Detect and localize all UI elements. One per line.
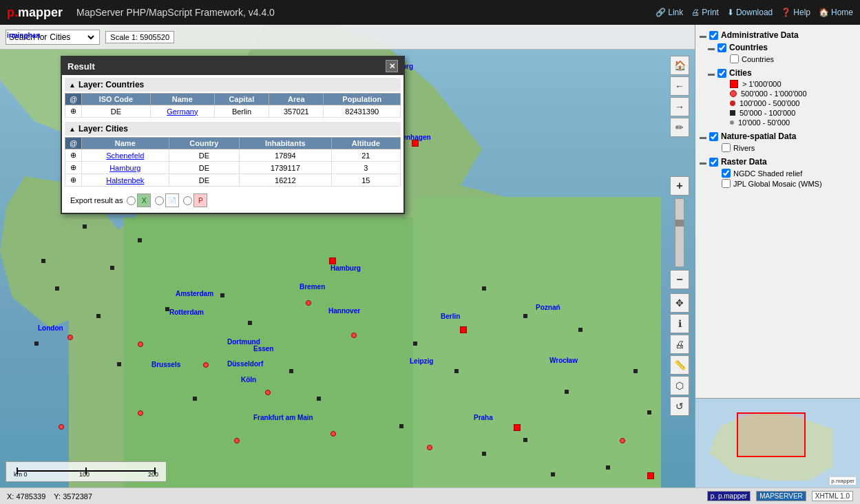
country-name-link[interactable]: Germany [150, 105, 214, 118]
cities-checkbox[interactable] [717, 69, 726, 78]
pan-home-button[interactable]: 🏠 [670, 56, 689, 75]
export-pdf[interactable]: P [183, 193, 207, 207]
city-label-leipzig: Leipzig [410, 357, 433, 365]
logo: p.mapper [7, 6, 63, 20]
marker-b14 [523, 314, 527, 318]
raster-checkbox[interactable] [709, 158, 718, 167]
city-name-schenefeld[interactable]: Schenefeld [82, 149, 169, 162]
ngdc-checkbox[interactable] [722, 169, 731, 178]
logo-text: p. [7, 6, 18, 19]
zoom-out-button[interactable]: − [670, 270, 689, 289]
countries-group: ▬ Countries Countries [700, 41, 856, 64]
countries-group-header[interactable]: ▬ Countries [708, 41, 856, 54]
marker-b15 [578, 328, 583, 332]
col-iso: ISO Code [82, 94, 151, 105]
result-body[interactable]: ▲ Layer: Countries @ ISO Code Name Capit… [62, 75, 403, 213]
marker-b26 [165, 307, 169, 311]
city-label-hamburg: Hamburg [331, 264, 361, 272]
city-label-praha: Praha [474, 414, 493, 421]
admin-data-checkbox[interactable] [709, 31, 718, 40]
cities-group-header[interactable]: ▬ Cities [708, 67, 856, 79]
marker-b12 [454, 369, 459, 373]
y-label: Y: [54, 492, 61, 501]
scale-box: Scale 1: 5905520 [105, 31, 174, 43]
marker-r2 [138, 410, 143, 416]
result-close-button[interactable]: ✕ [386, 60, 398, 72]
city-label-brussels: Brussels [151, 361, 180, 368]
logo-mapper: mapper [18, 6, 63, 19]
nature-spatial-header[interactable]: ▬ Nature-spatial Data [700, 130, 856, 143]
mini-viewport[interactable] [737, 412, 806, 457]
city-label-hannover: Hannover [328, 307, 360, 315]
countries-checkbox[interactable] [717, 43, 726, 52]
export-excel[interactable]: X [127, 193, 151, 207]
print-map-button[interactable]: 🖨 [670, 335, 689, 354]
zoom-in-button[interactable]: + [670, 176, 689, 196]
download-nav[interactable]: ⬇ Download [727, 8, 773, 17]
legend-50k-icon [730, 110, 735, 116]
col-country: Country [169, 138, 240, 149]
print-icon: 🖨 [691, 8, 700, 17]
zoom-thumb[interactable] [675, 220, 684, 227]
city-name-halstenbek[interactable]: Halstenbek [82, 174, 169, 187]
marker-b27 [193, 397, 197, 401]
pan-button[interactable]: ✥ [670, 293, 689, 313]
mapserver-badge: MAPSERVER [756, 491, 806, 501]
result-header: Result ✕ [62, 57, 403, 75]
countries-item: Countries [708, 54, 856, 64]
pan-forward-button[interactable]: → [670, 97, 689, 116]
export-csv[interactable]: 📄 [155, 193, 179, 207]
legend-500k-icon [730, 90, 737, 97]
marker-bremen-med [306, 300, 311, 306]
export-csv-radio[interactable] [155, 196, 164, 205]
help-nav[interactable]: ❓ Help [781, 8, 810, 17]
countries-item-checkbox[interactable] [730, 54, 739, 63]
identify-button[interactable]: ✏ [670, 118, 689, 137]
rivers-label: Rivers [733, 144, 755, 152]
city-name-hamburg[interactable]: Hamburg [82, 162, 169, 174]
city-row-schenefeld: ⊕ Schenefeld DE 17894 21 [65, 149, 401, 162]
legend-100k-icon [730, 101, 735, 106]
city-label-frankfurt: Frankfurt am Main [253, 414, 313, 421]
main-area: Search for Cities Countries Rivers Scale… [0, 25, 860, 487]
mini-map-background: p.mapper [695, 399, 860, 487]
jpl-checkbox[interactable] [722, 179, 731, 188]
col-name: Name [150, 94, 214, 105]
export-excel-radio[interactable] [127, 196, 136, 205]
city-label-amsterdam: Amsterdam [176, 290, 213, 297]
admin-data-header[interactable]: ▬ Administrative Data [700, 29, 856, 41]
marker-b4 [55, 286, 59, 291]
rivers-checkbox[interactable] [722, 143, 731, 152]
city-at-3[interactable]: ⊕ [65, 174, 82, 187]
raster-header[interactable]: ▬ Raster Data [700, 156, 856, 168]
marker-b21 [606, 465, 610, 470]
marker-brussels-med [203, 362, 209, 368]
marker-b1 [83, 224, 87, 229]
country-row-de: ⊕ DE Germany Berlin 357021 82431390 [65, 105, 401, 118]
legend-100k: 100'000 - 500'000 [708, 98, 856, 108]
country-at-icon[interactable]: ⊕ [65, 105, 82, 118]
link-nav[interactable]: 🔗 Link [656, 8, 683, 17]
city-at-2[interactable]: ⊕ [65, 162, 82, 174]
select-button[interactable]: ⬡ [670, 376, 689, 395]
marker-b16 [565, 390, 569, 394]
print-nav[interactable]: 🖨 Print [691, 8, 719, 17]
pan-back-button[interactable]: ← [670, 76, 689, 96]
marker-b19 [523, 438, 527, 442]
zoom-slider[interactable] [675, 198, 684, 267]
country-capital: Berlin [214, 105, 269, 118]
refresh-button[interactable]: ↺ [670, 397, 689, 416]
countries-item-label: Countries [742, 55, 774, 63]
nature-spatial-checkbox[interactable] [709, 132, 718, 141]
marker-b18 [482, 452, 486, 456]
export-pdf-radio[interactable] [183, 196, 192, 205]
measure-button[interactable]: 📏 [670, 355, 689, 375]
info-button[interactable]: ℹ [670, 314, 689, 333]
search-select[interactable]: Cities Countries Rivers [47, 32, 96, 43]
marker-b23 [633, 369, 638, 373]
col-inhabitants: Inhabitants [240, 138, 331, 149]
home-nav[interactable]: 🏠 Home [819, 8, 853, 17]
map-container[interactable]: Search for Cities Countries Rivers Scale… [0, 25, 695, 487]
cities-group: ▬ Cities > 1'000'000 500'000 - 1'000'000 [700, 67, 856, 127]
city-at-1[interactable]: ⊕ [65, 149, 82, 162]
